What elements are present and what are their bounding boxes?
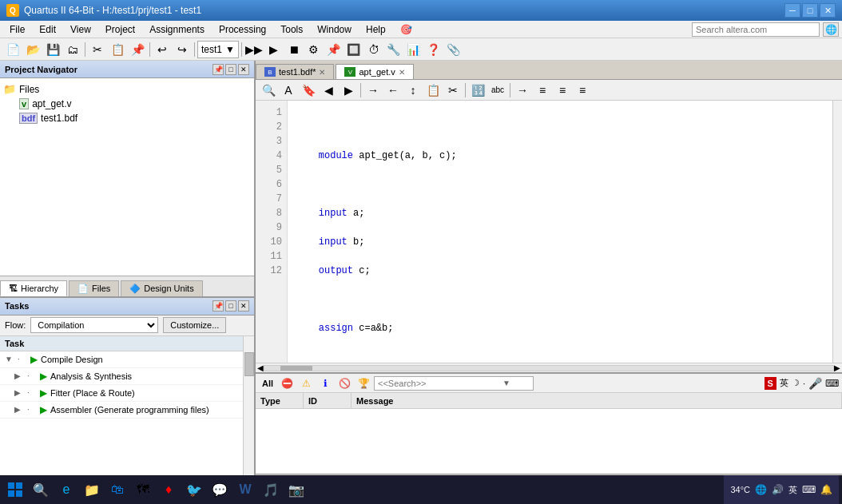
editor-tb-1[interactable]: 🔍 xyxy=(259,81,278,99)
menu-file[interactable]: File xyxy=(3,22,31,37)
editor-tb-list1[interactable]: ≡ xyxy=(533,81,552,99)
minimize-button[interactable]: ─ xyxy=(784,3,800,18)
nav-close-button[interactable]: ✕ xyxy=(238,64,249,75)
editor-tb-9[interactable]: 📋 xyxy=(423,81,443,99)
menu-tools[interactable]: Tools xyxy=(274,22,309,37)
msg-btn-info[interactable]: ℹ xyxy=(316,376,334,391)
save-all-button[interactable]: 🗂 xyxy=(63,41,82,58)
cut-button[interactable]: ✂ xyxy=(88,41,107,58)
editor-tb-7[interactable]: ← xyxy=(383,81,403,99)
extra-button[interactable]: 📎 xyxy=(444,41,463,58)
msg-btn-all[interactable]: All xyxy=(259,376,276,391)
settings-button[interactable]: ⚙ xyxy=(304,41,324,58)
editor-tb-arrow[interactable]: → xyxy=(513,81,532,99)
tab-hierarchy[interactable]: 🏗 Hierarchy xyxy=(0,280,67,296)
chip-button[interactable]: 🔲 xyxy=(344,41,363,58)
pin-button[interactable]: 📌 xyxy=(324,41,344,58)
tab-close-apt-get-v[interactable]: ✕ xyxy=(399,68,405,77)
menu-help[interactable]: Help xyxy=(359,22,392,37)
task-row-compile-design[interactable]: ▼ · ▶ Compile Design xyxy=(0,351,243,368)
help-button[interactable]: ❓ xyxy=(424,41,443,58)
nav-pin-button[interactable]: 📌 xyxy=(212,64,224,75)
tasks-restore-button[interactable]: □ xyxy=(225,300,236,312)
rtl-button[interactable]: 🔧 xyxy=(384,41,403,58)
editor-tb-3[interactable]: 🔖 xyxy=(299,81,318,99)
editor-tb-8[interactable]: ↕ xyxy=(403,81,423,99)
search-arrow-icon[interactable]: ▼ xyxy=(502,379,514,387)
menu-project[interactable]: Project xyxy=(99,22,141,37)
app1-button[interactable]: ♦ xyxy=(157,478,181,502)
editor-tb-6[interactable]: → xyxy=(363,81,383,99)
editor-tb-10[interactable]: ✂ xyxy=(443,81,463,99)
code-content[interactable]: module apt_get(a, b, c); input a; input … xyxy=(288,101,832,363)
search-taskbar-button[interactable]: 🔍 xyxy=(29,478,53,502)
menu-extra[interactable]: 🎯 xyxy=(394,22,419,37)
undo-button[interactable]: ↩ xyxy=(153,41,172,58)
tasks-pin-button[interactable]: 📌 xyxy=(212,300,224,312)
editor-tb-5[interactable]: ▶ xyxy=(339,81,358,99)
tree-file-apt-get-v[interactable]: v apt_get.v xyxy=(3,97,251,111)
editor-tab-apt-get-v[interactable]: V apt_get.v ✕ xyxy=(336,64,413,79)
editor-v-scroll[interactable] xyxy=(832,101,842,363)
paste-button[interactable]: 📌 xyxy=(128,41,147,58)
folder-taskbar-button[interactable]: 📁 xyxy=(80,478,104,502)
start-button[interactable] xyxy=(3,478,27,502)
tree-folder-files[interactable]: 📁 Files xyxy=(3,81,251,97)
editor-tb-abc[interactable]: abc xyxy=(488,81,507,99)
timing-button[interactable]: ⏱ xyxy=(364,41,383,58)
editor-scroll-left[interactable]: ◀ xyxy=(257,363,264,372)
task-row-fitter[interactable]: ▶ · ▶ Fitter (Place & Route) xyxy=(0,385,243,402)
maps-button[interactable]: 🗺 xyxy=(131,478,155,502)
customize-button[interactable]: Customize... xyxy=(163,317,226,333)
word-button[interactable]: W xyxy=(233,478,257,502)
sim-button[interactable]: 📊 xyxy=(404,41,423,58)
close-button[interactable]: ✕ xyxy=(820,3,836,18)
menu-assignments[interactable]: Assignments xyxy=(143,22,211,37)
new-button[interactable]: 📄 xyxy=(3,41,22,58)
maximize-button[interactable]: □ xyxy=(802,3,818,18)
tab-design-units[interactable]: 🔷 Design Units xyxy=(121,280,202,296)
msg-btn-error[interactable]: ⛔ xyxy=(278,376,296,391)
editor-scroll-right[interactable]: ▶ xyxy=(834,363,840,372)
save-button[interactable]: 💾 xyxy=(43,41,62,58)
editor-tb-11[interactable]: 🔢 xyxy=(468,81,487,99)
ie-button[interactable]: e xyxy=(54,478,78,502)
editor-h-scroll[interactable]: ◀ ▶ xyxy=(256,363,842,372)
menu-processing[interactable]: Processing xyxy=(212,22,272,37)
msg-btn-suppress[interactable]: 🚫 xyxy=(336,376,353,391)
stop-button[interactable]: ⏹ xyxy=(284,41,304,58)
task-row-assembler[interactable]: ▶ · ▶ Assembler (Generate programming fi… xyxy=(0,402,243,419)
camera-button[interactable]: 📷 xyxy=(284,478,308,502)
task-scrollbar[interactable] xyxy=(243,336,254,479)
editor-tb-list3[interactable]: ≡ xyxy=(573,81,592,99)
tab-files[interactable]: 📄 Files xyxy=(69,280,119,296)
project-dropdown[interactable]: test1 ▼ xyxy=(197,41,239,58)
menu-window[interactable]: Window xyxy=(311,22,358,37)
tasks-close-button[interactable]: ✕ xyxy=(238,300,249,312)
app2-button[interactable]: 🐦 xyxy=(182,478,206,502)
tree-file-test1-bdf[interactable]: bdf test1.bdf xyxy=(3,111,251,125)
nav-restore-button[interactable]: □ xyxy=(225,64,236,75)
msg-btn-warning[interactable]: ⚠ xyxy=(297,376,315,391)
msg-btn-flag[interactable]: 🏆 xyxy=(355,376,372,391)
app4-button[interactable]: 🎵 xyxy=(259,478,283,502)
compile-button[interactable]: ▶▶ xyxy=(244,41,264,58)
editor-tb-4[interactable]: ◀ xyxy=(319,81,338,99)
editor-tb-list2[interactable]: ≡ xyxy=(553,81,572,99)
menu-view[interactable]: View xyxy=(64,22,97,37)
redo-button[interactable]: ↪ xyxy=(173,41,192,58)
menu-edit[interactable]: Edit xyxy=(33,22,62,37)
tab-close-test1-bdf[interactable]: ✕ xyxy=(319,68,325,77)
flow-dropdown[interactable]: Compilation xyxy=(30,317,158,333)
open-button[interactable]: 📂 xyxy=(23,41,42,58)
editor-h-track[interactable] xyxy=(264,365,834,371)
task-row-analysis[interactable]: ▶ · ▶ Analysis & Synthesis xyxy=(0,368,243,385)
store-button[interactable]: 🛍 xyxy=(105,478,129,502)
copy-button[interactable]: 📋 xyxy=(108,41,127,58)
message-search-input[interactable] xyxy=(375,379,502,388)
editor-tb-2[interactable]: A xyxy=(279,81,298,99)
search-input[interactable] xyxy=(692,22,820,37)
search-button[interactable]: 🌐 xyxy=(823,22,839,37)
start-button[interactable]: ▶ xyxy=(264,41,284,58)
editor-tab-test1-bdf[interactable]: B test1.bdf* ✕ xyxy=(256,64,334,79)
